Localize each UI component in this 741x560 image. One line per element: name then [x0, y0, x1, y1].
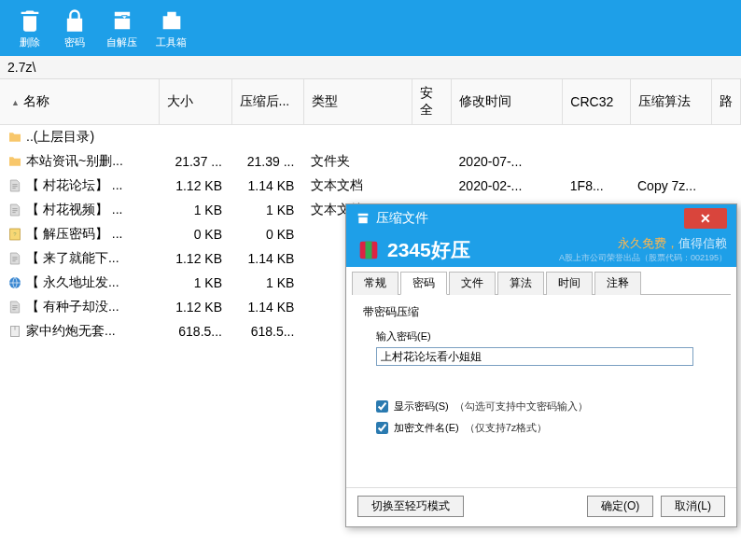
- password-field-label: 输入密码(E): [376, 329, 720, 343]
- brand-slogan: 永久免费，值得信赖 A股上市公司荣誉出品（股票代码：002195）: [559, 235, 727, 264]
- column-path[interactable]: 路: [711, 79, 740, 125]
- txt-icon: [7, 251, 22, 266]
- password-label: 密码: [64, 35, 85, 49]
- lock-icon: [62, 7, 88, 34]
- column-algo[interactable]: 压缩算法: [630, 79, 711, 125]
- chm-icon: ?: [7, 227, 22, 242]
- tab-3[interactable]: 算法: [497, 272, 544, 295]
- delete-label: 删除: [20, 35, 40, 49]
- compress-dialog: 压缩文件 ✕ 2345好压 永久免费，值得信赖 A股上市公司荣誉出品（股票代码：…: [345, 203, 737, 343]
- sfx-icon: [109, 7, 135, 34]
- column-crc[interactable]: CRC32: [563, 79, 630, 125]
- txt-icon: [7, 300, 22, 315]
- password-tab-panel: 带密码压缩 输入密码(E) 显示密码(S) （勾选可支持中文密码输入） 加密文件…: [346, 295, 736, 343]
- tab-4[interactable]: 时间: [546, 272, 593, 295]
- archive-icon: [356, 211, 370, 226]
- column-name[interactable]: ▲ 名称: [0, 79, 160, 125]
- toolbox-label: 工具箱: [156, 35, 187, 49]
- group-label: 带密码压缩: [363, 304, 720, 320]
- toolbox-icon: [159, 7, 185, 34]
- recycle-icon: [17, 7, 43, 34]
- html-icon: [7, 275, 22, 290]
- column-type[interactable]: 类型: [303, 79, 412, 125]
- txt-icon: [7, 178, 22, 193]
- close-button[interactable]: ✕: [684, 208, 727, 229]
- column-header-row: ▲ 名称 大小 压缩后... 类型 安全 修改时间 CRC32 压缩算法 路: [0, 79, 741, 125]
- folder-icon: [7, 130, 22, 145]
- logo-icon: [356, 237, 382, 263]
- tab-2[interactable]: 文件: [449, 272, 496, 295]
- delete-button[interactable]: 删除: [17, 7, 43, 49]
- path-bar[interactable]: 2.7z\: [0, 56, 741, 79]
- dialog-title: 压缩文件: [376, 210, 428, 227]
- self-extract-button[interactable]: 自解压: [106, 7, 137, 49]
- tab-5[interactable]: 注释: [594, 272, 641, 295]
- password-button[interactable]: 密码: [62, 7, 88, 49]
- dialog-tabs: 常规密码文件算法时间注释: [352, 271, 731, 295]
- column-size[interactable]: 大小: [160, 79, 231, 125]
- table-row[interactable]: 【 村花论坛】 ...1.12 KB1.14 KB文本文档2020-02-...…: [0, 174, 741, 198]
- svg-rect-5: [366, 241, 372, 259]
- column-safe[interactable]: 安全: [412, 79, 452, 125]
- toolbox-button[interactable]: 工具箱: [156, 7, 187, 49]
- table-row[interactable]: ..(上层目录): [0, 125, 741, 150]
- column-mtime[interactable]: 修改时间: [452, 79, 563, 125]
- dialog-titlebar[interactable]: 压缩文件 ✕: [346, 204, 736, 232]
- brand-logo: 2345好压: [356, 237, 470, 263]
- txt-icon: [7, 203, 22, 217]
- zip-icon: [7, 324, 22, 339]
- self-extract-label: 自解压: [106, 35, 137, 49]
- tab-1[interactable]: 密码: [400, 272, 447, 295]
- column-packed[interactable]: 压缩后...: [231, 79, 303, 125]
- table-row[interactable]: 本站资讯~别删...21.37 ...21.39 ...文件夹2020-07-.…: [0, 149, 741, 174]
- main-toolbar: 删除 密码 自解压 工具箱: [0, 0, 741, 56]
- folder-icon: [7, 154, 22, 169]
- tab-0[interactable]: 常规: [352, 272, 398, 295]
- dialog-banner: 2345好压 永久免费，值得信赖 A股上市公司荣誉出品（股票代码：002195）: [346, 232, 736, 267]
